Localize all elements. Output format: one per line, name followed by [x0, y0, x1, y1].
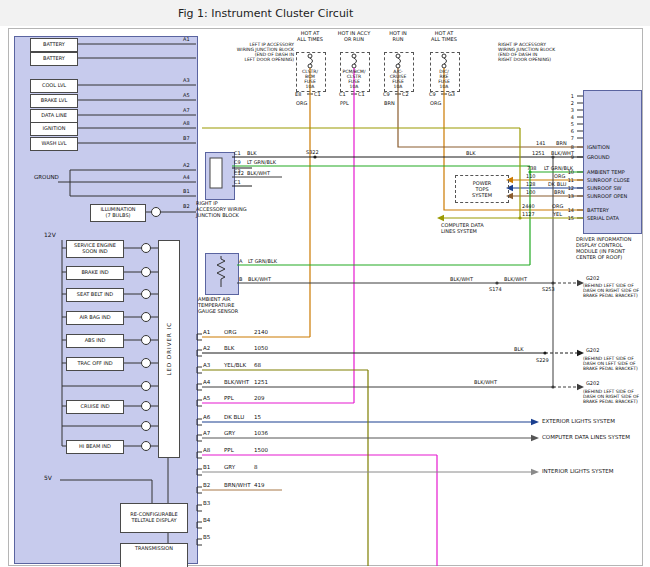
wire-1127-color: YEL: [553, 211, 562, 217]
conn-a2-pin: A2: [203, 345, 210, 352]
module-pin-2: 2: [566, 100, 574, 106]
dark-blue-wires: [202, 185, 583, 425]
module-pin-14: 14: [564, 207, 574, 213]
conn-a5-num: 209: [254, 395, 265, 402]
module-pin-5: 5: [566, 121, 574, 127]
conn-b1-color: GRY: [224, 464, 235, 471]
fuse-2-label: PCM/BCM/ CLSTR FUSE 10A: [341, 69, 367, 89]
pin-b7: B7: [183, 135, 190, 141]
indicator-seat-belt: SEAT BELT IND: [66, 288, 124, 302]
conn-b1-num: 8: [254, 464, 258, 471]
fuse-2-pin-b: C1: [358, 91, 365, 97]
fuse-1-pin-a: E8: [295, 91, 301, 97]
sensor-pin-a-color: LT GRN/BLK: [248, 258, 277, 264]
illumination-label: ILLUMINATION (7 BULBS): [90, 204, 146, 222]
supply-header-3: HOT IN RUN: [376, 30, 420, 42]
ground-pin-2: A4: [183, 174, 190, 180]
fuse-3-label: A/C- CRUISE FUSE 10A: [385, 69, 411, 89]
right-junction-block-label: RIGHT IP ACCESSORY WIRING JUNCTION BLOCK…: [498, 42, 568, 62]
wire-2440-num: 2440: [522, 203, 535, 209]
module-pin-15: 15: [564, 215, 574, 221]
indicator-brake: BRAKE IND: [66, 266, 124, 280]
ground-pin-3: B1: [183, 188, 190, 194]
indicator-hi-beam: HI BEAM IND: [66, 440, 124, 454]
jb2-pin-c1-color: BLK: [247, 150, 257, 156]
jb2-pin-c9-color: LT GRN/BLK: [247, 159, 276, 165]
cluster-row-brake-lvl: BRAKE LVL: [30, 94, 78, 108]
fuse-4-pin-b: G3: [448, 91, 455, 97]
supply-header-2: HOT IN ACCY OR RUN: [332, 30, 376, 42]
jb2-pin-c1: C1: [234, 150, 241, 156]
led-driver-ic: LED DRIVER IC: [158, 240, 180, 458]
module-caption: DRIVER INFORMATION DISPLAY CONTROL MODUL…: [576, 236, 646, 260]
cluster-row-ignition: IGNITION: [30, 122, 78, 136]
ground-g202-1-caption: (BEHIND LEFT SIDE OF DASH ON RIGHT SIDE …: [583, 283, 647, 298]
conn-b3-pin: B3: [203, 500, 210, 507]
ground-g202-3-caption: (BEHIND LEFT SIDE OF DASH ON RIGHT SIDE …: [583, 389, 647, 404]
fuse-3-wire-color: BRN: [384, 100, 395, 106]
cluster-row-battery-2: BATTERY: [30, 52, 78, 66]
indicator-service-engine: SERVICE ENGINE SOON IND: [66, 240, 124, 258]
module-pin-3: 3: [566, 107, 574, 113]
wire-141-num: 141: [536, 140, 546, 146]
ground-g202-3: G202: [586, 380, 599, 386]
conn-b2-num: 419: [254, 482, 265, 489]
conn-a3-color: YEL/BLK: [224, 362, 246, 369]
conn-a3-num: 68: [254, 362, 261, 369]
module-label-ambient-temp: AMBIENT TEMP: [587, 169, 625, 175]
jb2-caption: RIGHT IP ACCESSORY WIRING JUNCTION BLOCK: [196, 200, 256, 218]
conn-a6-num: 15: [254, 414, 261, 421]
fuse-4-pin-a: C9: [429, 91, 436, 97]
splice-s322: S322: [306, 149, 319, 155]
module-label-ground: GROUND: [587, 154, 610, 160]
conn-b2-pin: B2: [203, 482, 210, 489]
jb2-pin-c12: C12: [234, 170, 244, 176]
wire-110-color: ORG: [554, 173, 565, 179]
conn-a1-pin: A1: [203, 329, 210, 336]
cluster-row-data-line: DATA LINE: [30, 109, 78, 123]
wire-1251-num: 1251: [532, 150, 545, 156]
wire-100-color: BRN: [554, 189, 565, 195]
ground-g202-2-caption: (BEHIND LEFT SIDE OF DASH ON LEFT SIDE O…: [583, 356, 647, 371]
pin-a8: A8: [183, 120, 190, 126]
fuse-2-wire-color: PPL: [340, 100, 349, 106]
indicator-abs: ABS IND: [66, 334, 124, 348]
computer-data-lines-label: COMPUTER DATA LINES SYSTEM: [441, 222, 505, 234]
blkwht-label-2: BLK/WHT: [504, 276, 527, 282]
purple-wires: [202, 68, 437, 566]
module-label-sunroof-open: SUNROOF OPEN: [587, 193, 627, 199]
jb2-pin-c1b: C1: [234, 179, 241, 185]
sensor-caption: AMBIENT AIR TEMPERATURE GAUGE SENSOR: [198, 296, 254, 314]
fuse-1-wire-color: ORG: [296, 100, 307, 106]
transmission-box: TRANSMISSION: [120, 543, 188, 567]
supply-header-1: HOT AT ALL TIMES: [288, 30, 332, 42]
pin-a1: A1: [183, 36, 190, 42]
fuse-1-pin-b: C1: [314, 91, 321, 97]
conn-a2-num: 1050: [254, 345, 268, 352]
conn-b5-pin: B5: [203, 534, 210, 541]
module-label-sunroof-sw: SUNROOF SW: [587, 185, 622, 191]
conn-a2-color: BLK: [224, 345, 234, 352]
conn-b1-pin: B1: [203, 464, 210, 471]
module-pin-4: 4: [566, 114, 574, 120]
conn-a6-color: DK BLU: [224, 414, 244, 421]
pin-a5: A5: [183, 92, 190, 98]
module-pin-7: 7: [566, 135, 574, 141]
fuse-3-pin-a: C9: [383, 91, 390, 97]
module-pin-13: 13: [564, 193, 574, 199]
splice-s229: S229: [536, 357, 549, 363]
supply-header-4: HOT AT ALL TIMES: [422, 30, 466, 42]
conn-a7-color: GRY: [224, 430, 235, 437]
jb2-pin-c9: C9: [234, 159, 241, 165]
conn-a1-num: 2140: [254, 329, 268, 336]
left-junction-block-label: LEFT IP ACCESSORY WIRING JUNCTION BLOCK …: [226, 42, 294, 62]
module-label-battery: BATTERY: [587, 207, 609, 213]
cluster-row-cool-lvl: COOL LVL: [30, 79, 78, 93]
conn-a4-num: 1251: [254, 379, 268, 386]
page-title: Fig 1: Instrument Cluster Circuit: [178, 7, 353, 20]
wire-2440-color: ORG: [552, 203, 563, 209]
blkwht-label-3: BLK/WHT: [474, 379, 497, 385]
conn-a4-color: BLK/WHT: [224, 379, 249, 386]
conn-a3-pin: A3: [203, 362, 210, 369]
indicator-cruise: CRUISE IND: [66, 400, 124, 414]
